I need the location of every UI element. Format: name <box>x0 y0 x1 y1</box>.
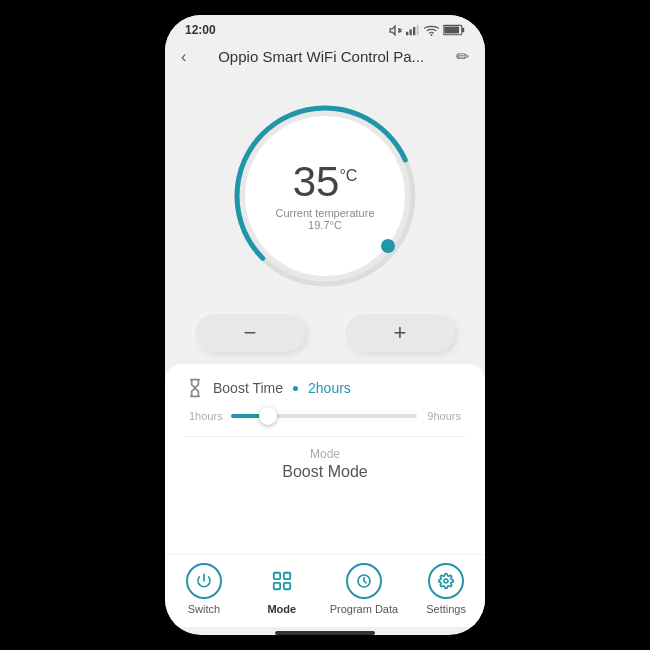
back-button[interactable]: ‹ <box>181 48 186 66</box>
decrease-button[interactable]: − <box>195 314 305 352</box>
mute-icon <box>389 24 402 37</box>
slider-max-label: 9hours <box>425 410 461 422</box>
nav-item-mode[interactable]: Mode <box>252 563 312 615</box>
svg-rect-8 <box>462 28 464 33</box>
svg-rect-9 <box>444 26 459 33</box>
temperature-controls: − + <box>195 314 455 352</box>
time-display: 12:00 <box>185 23 216 37</box>
battery-icon <box>443 24 465 36</box>
boost-row: Boost Time 2hours <box>185 378 465 398</box>
settings-icon-circle <box>428 563 464 599</box>
nav-label-switch: Switch <box>188 603 220 615</box>
svg-point-20 <box>444 579 448 583</box>
svg-rect-18 <box>284 583 290 589</box>
slider-thumb[interactable] <box>259 407 277 425</box>
svg-point-14 <box>381 239 395 253</box>
slider-track[interactable] <box>231 414 417 418</box>
increase-button[interactable]: + <box>345 314 455 352</box>
home-indicator <box>275 631 375 635</box>
current-temperature: Current temperature 19.7°C <box>275 207 375 231</box>
bottom-nav: Switch Mode Program Data <box>165 554 485 627</box>
header: ‹ Oppio Smart WiFi Control Pa... ✏ <box>165 41 485 76</box>
set-temperature: 35°C <box>275 161 375 203</box>
hourglass-icon <box>185 378 205 398</box>
slider-container: 1hours 9hours <box>185 410 465 422</box>
gear-icon <box>438 573 454 589</box>
svg-rect-2 <box>406 32 408 36</box>
svg-rect-4 <box>413 27 415 35</box>
mode-icon-wrap <box>264 563 300 599</box>
svg-rect-16 <box>284 573 290 579</box>
boost-dot <box>293 386 298 391</box>
power-icon <box>196 573 212 589</box>
nav-item-program[interactable]: Program Data <box>330 563 398 615</box>
status-bar: 12:00 <box>165 15 485 41</box>
program-icon-circle <box>346 563 382 599</box>
nav-label-mode: Mode <box>267 603 296 615</box>
mode-value: Boost Mode <box>185 463 465 481</box>
boost-value: 2hours <box>308 380 351 396</box>
nav-item-settings[interactable]: Settings <box>416 563 476 615</box>
nav-item-switch[interactable]: Switch <box>174 563 234 615</box>
main-content: 35°C Current temperature 19.7°C − + Boos… <box>165 76 485 554</box>
grid-icon <box>271 570 293 592</box>
edit-button[interactable]: ✏ <box>456 47 469 66</box>
phone-container: 12:00 <box>165 15 485 635</box>
svg-rect-17 <box>274 583 280 589</box>
info-panel: Boost Time 2hours 1hours 9hours Mode Boo… <box>165 364 485 554</box>
svg-rect-15 <box>274 573 280 579</box>
nav-label-settings: Settings <box>426 603 466 615</box>
svg-point-6 <box>431 34 433 36</box>
switch-icon-circle <box>186 563 222 599</box>
thermostat-dial[interactable]: 35°C Current temperature 19.7°C <box>225 96 425 296</box>
status-icons <box>389 24 465 37</box>
svg-rect-3 <box>410 29 412 35</box>
slider-min-label: 1hours <box>189 410 223 422</box>
svg-rect-5 <box>417 25 419 36</box>
mode-section: Mode Boost Mode <box>185 436 465 491</box>
wifi-icon <box>424 24 439 36</box>
thermostat-inner: 35°C Current temperature 19.7°C <box>275 161 375 231</box>
nav-label-program: Program Data <box>330 603 398 615</box>
page-title: Oppio Smart WiFi Control Pa... <box>218 48 424 65</box>
boost-label: Boost Time <box>213 380 283 396</box>
signal-icon <box>406 24 420 36</box>
mode-label: Mode <box>185 447 465 461</box>
clock-icon <box>356 573 372 589</box>
